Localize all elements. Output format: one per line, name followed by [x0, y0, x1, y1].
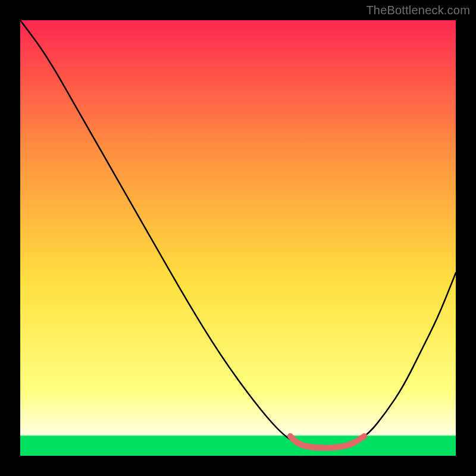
chart-background [20, 20, 456, 456]
chart-svg [20, 20, 456, 456]
chart-plot-area [20, 20, 456, 456]
watermark-text: TheBottleneck.com [366, 4, 470, 17]
